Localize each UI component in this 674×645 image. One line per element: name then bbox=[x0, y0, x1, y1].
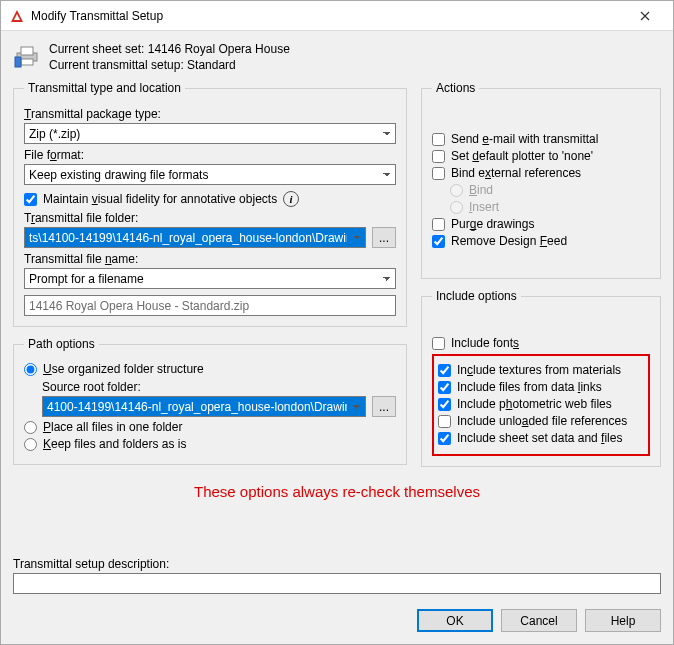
set-plotter-checkbox[interactable] bbox=[432, 150, 445, 163]
include-unloaded-label: Include unloaded file references bbox=[457, 414, 627, 428]
actions-group: Actions Send e-mail with transmittal Set… bbox=[421, 81, 661, 279]
current-sheet-set: Current sheet set: 14146 Royal Opera Hou… bbox=[49, 41, 290, 57]
file-name-select[interactable]: Prompt for a filename bbox=[24, 268, 396, 289]
file-format-label: File format: bbox=[24, 148, 396, 162]
use-organized-radio[interactable] bbox=[24, 363, 37, 376]
dialog-window: Modify Transmittal Setup Current sheet s… bbox=[0, 0, 674, 645]
file-name-label: Transmittal file name: bbox=[24, 252, 396, 266]
source-root-label: Source root folder: bbox=[42, 380, 396, 394]
include-sheetset-label: Include sheet set data and files bbox=[457, 431, 622, 445]
highlight-box: Include textures from materials Include … bbox=[432, 354, 650, 456]
ok-button[interactable]: OK bbox=[417, 609, 493, 632]
titlebar: Modify Transmittal Setup bbox=[1, 1, 673, 31]
include-options-legend: Include options bbox=[432, 289, 521, 303]
include-fonts-label: Include fonts bbox=[451, 336, 519, 350]
annotation-text: These options always re-check themselves bbox=[13, 483, 661, 500]
file-folder-select[interactable]: ts\14100-14199\14146-nl_royal_opera_hous… bbox=[24, 227, 366, 248]
include-photometric-label: Include photometric web files bbox=[457, 397, 612, 411]
include-fonts-checkbox[interactable] bbox=[432, 337, 445, 350]
send-email-label: Send e-mail with transmittal bbox=[451, 132, 598, 146]
bind-radio bbox=[450, 184, 463, 197]
send-email-checkbox[interactable] bbox=[432, 133, 445, 146]
remove-feed-checkbox[interactable] bbox=[432, 235, 445, 248]
include-textures-checkbox[interactable] bbox=[438, 364, 451, 377]
include-datalinks-checkbox[interactable] bbox=[438, 381, 451, 394]
desc-label: Transmittal setup description: bbox=[13, 557, 661, 571]
set-plotter-label: Set default plotter to 'none' bbox=[451, 149, 593, 163]
cancel-button[interactable]: Cancel bbox=[501, 609, 577, 632]
path-options-legend: Path options bbox=[24, 337, 99, 351]
remove-feed-label: Remove Design Feed bbox=[451, 234, 567, 248]
include-sheetset-checkbox[interactable] bbox=[438, 432, 451, 445]
use-organized-label: Use organized folder structure bbox=[43, 362, 204, 376]
browse-folder-button[interactable]: ... bbox=[372, 227, 396, 248]
package-type-label: Transmittal package type: bbox=[24, 107, 396, 121]
type-location-group: Transmittal type and location Transmitta… bbox=[13, 81, 407, 327]
help-button[interactable]: Help bbox=[585, 609, 661, 632]
info-icon[interactable]: i bbox=[283, 191, 299, 207]
printer-icon bbox=[13, 41, 41, 73]
header-info: Current sheet set: 14146 Royal Opera Hou… bbox=[13, 41, 661, 73]
include-unloaded-checkbox[interactable] bbox=[438, 415, 451, 428]
visual-fidelity-checkbox[interactable] bbox=[24, 193, 37, 206]
file-format-select[interactable]: Keep existing drawing file formats bbox=[24, 164, 396, 185]
browse-root-button[interactable]: ... bbox=[372, 396, 396, 417]
keep-asis-radio[interactable] bbox=[24, 438, 37, 451]
svg-rect-1 bbox=[21, 47, 33, 55]
purge-label: Purge drawings bbox=[451, 217, 534, 231]
path-options-group: Path options Use organized folder struct… bbox=[13, 337, 407, 465]
visual-fidelity-label: Maintain visual fidelity for annotative … bbox=[43, 192, 277, 206]
include-options-group: Include options Include fonts Include te… bbox=[421, 289, 661, 467]
include-photometric-checkbox[interactable] bbox=[438, 398, 451, 411]
insert-label: Insert bbox=[469, 200, 499, 214]
keep-asis-label: Keep files and folders as is bbox=[43, 437, 186, 451]
package-type-select[interactable]: Zip (*.zip) bbox=[24, 123, 396, 144]
file-folder-label: Transmittal file folder: bbox=[24, 211, 396, 225]
include-datalinks-label: Include files from data links bbox=[457, 380, 602, 394]
file-name-preview bbox=[24, 295, 396, 316]
bind-xref-checkbox[interactable] bbox=[432, 167, 445, 180]
place-all-radio[interactable] bbox=[24, 421, 37, 434]
app-logo-icon bbox=[9, 8, 25, 24]
source-root-select[interactable]: 4100-14199\14146-nl_royal_opera_house-lo… bbox=[42, 396, 366, 417]
place-all-label: Place all files in one folder bbox=[43, 420, 182, 434]
window-title: Modify Transmittal Setup bbox=[31, 9, 163, 23]
actions-legend: Actions bbox=[432, 81, 479, 95]
insert-radio bbox=[450, 201, 463, 214]
bind-xref-label: Bind external references bbox=[451, 166, 581, 180]
include-textures-label: Include textures from materials bbox=[457, 363, 621, 377]
desc-input[interactable] bbox=[13, 573, 661, 594]
close-button[interactable] bbox=[625, 1, 665, 31]
type-location-legend: Transmittal type and location bbox=[24, 81, 185, 95]
bind-label: Bind bbox=[469, 183, 493, 197]
purge-checkbox[interactable] bbox=[432, 218, 445, 231]
svg-rect-2 bbox=[21, 59, 33, 65]
current-setup: Current transmittal setup: Standard bbox=[49, 57, 290, 73]
svg-rect-3 bbox=[15, 57, 21, 67]
